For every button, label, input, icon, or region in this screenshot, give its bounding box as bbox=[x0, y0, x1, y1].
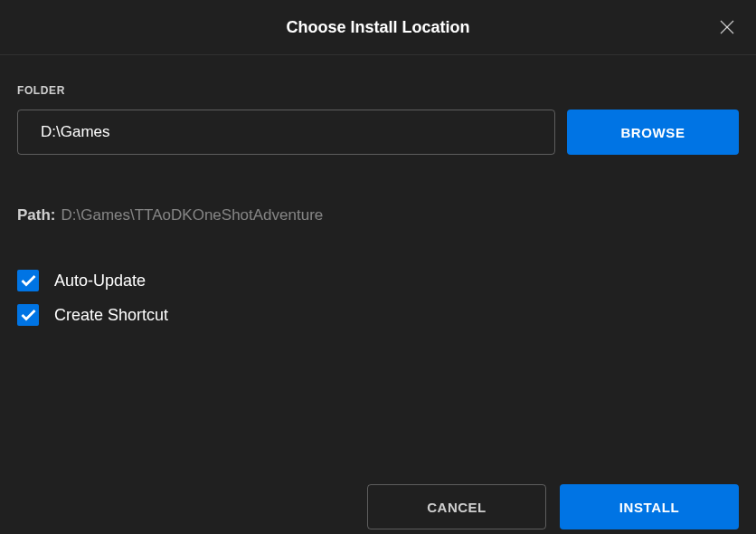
auto-update-label: Auto-Update bbox=[54, 272, 146, 291]
close-button[interactable] bbox=[716, 16, 738, 38]
dialog-content: FOLDER BROWSE Path: D:\Games\TTAoDKOneSh… bbox=[0, 55, 756, 326]
install-button[interactable]: INSTALL bbox=[560, 484, 739, 529]
close-icon bbox=[720, 20, 734, 34]
path-value: D:\Games\TTAoDKOneShotAdventure bbox=[61, 206, 324, 224]
checkmark-icon bbox=[21, 274, 36, 287]
dialog-header: Choose Install Location bbox=[0, 0, 756, 55]
cancel-button[interactable]: CANCEL bbox=[367, 484, 546, 529]
create-shortcut-option[interactable]: Create Shortcut bbox=[17, 304, 739, 326]
install-path-row: Path: D:\Games\TTAoDKOneShotAdventure bbox=[17, 206, 739, 224]
path-label: Path: bbox=[17, 206, 56, 224]
dialog-title: Choose Install Location bbox=[286, 18, 469, 37]
create-shortcut-checkbox[interactable] bbox=[17, 304, 39, 326]
browse-button[interactable]: BROWSE bbox=[567, 110, 739, 155]
checkmark-icon bbox=[21, 309, 36, 321]
folder-label: FOLDER bbox=[17, 84, 739, 97]
auto-update-option[interactable]: Auto-Update bbox=[17, 270, 739, 291]
auto-update-checkbox[interactable] bbox=[17, 270, 39, 291]
folder-path-input[interactable] bbox=[17, 110, 555, 155]
folder-row: BROWSE bbox=[17, 110, 739, 155]
options-group: Auto-Update Create Shortcut bbox=[17, 270, 739, 326]
dialog-footer: CANCEL INSTALL bbox=[0, 480, 756, 534]
create-shortcut-label: Create Shortcut bbox=[54, 306, 168, 325]
